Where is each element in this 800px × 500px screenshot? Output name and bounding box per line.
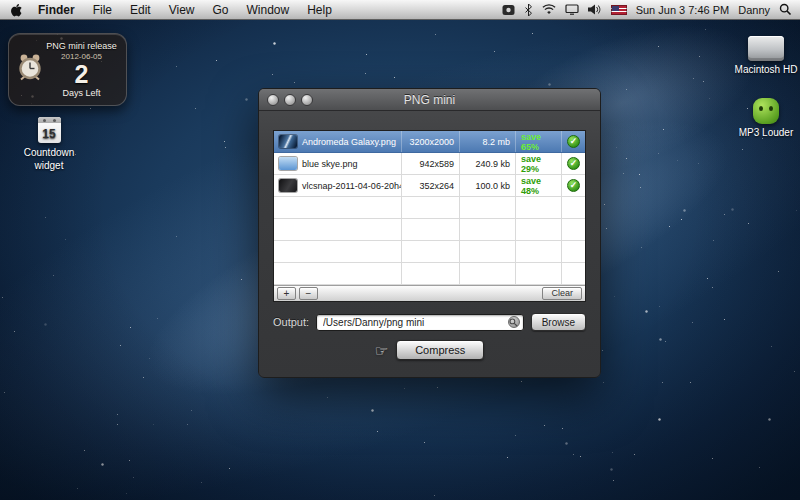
file-size: 100.0 kb <box>460 175 516 196</box>
alarm-clock-icon <box>16 53 44 87</box>
file-size: 8.2 mb <box>460 131 516 152</box>
app-menu-finder[interactable]: Finder <box>29 3 84 17</box>
menu-user[interactable]: Danny <box>738 4 770 16</box>
menu-view[interactable]: View <box>160 3 204 17</box>
menu-window[interactable]: Window <box>238 3 299 17</box>
check-icon: ✓ <box>567 179 580 192</box>
wifi-icon[interactable] <box>542 4 556 15</box>
menu-extra-app-icon[interactable] <box>502 4 515 16</box>
close-button[interactable] <box>267 94 279 106</box>
file-name-cell: Andromeda Galaxy.png <box>274 131 402 152</box>
desktop-icon-macintosh-hd[interactable]: Macintosh HD <box>728 36 800 77</box>
menu-clock[interactable]: Sun Jun 3 7:46 PM <box>636 4 730 16</box>
apple-menu-icon[interactable] <box>8 2 29 17</box>
countdown-days-label: Days Left <box>44 88 119 98</box>
menu-bar-left: Finder File Edit View Go Window Help <box>8 2 341 17</box>
file-save-percent: save 48% <box>516 175 562 196</box>
calendar-widget-label: Countdown widget <box>18 147 80 172</box>
file-dimensions: 3200x2000 <box>402 131 460 152</box>
countdown-widget[interactable]: PNG mini release 2012-06-05 2 Days Left <box>8 33 127 106</box>
macintosh-hd-label: Macintosh HD <box>728 64 800 77</box>
volume-icon[interactable] <box>588 4 602 15</box>
file-thumbnail <box>279 157 297 170</box>
file-name-cell: blue skye.png <box>274 153 402 174</box>
file-status-cell: ✓ <box>562 175 585 196</box>
file-size: 240.9 kb <box>460 153 516 174</box>
file-status-cell: ✓ <box>562 153 585 174</box>
table-toolbar: + − Clear <box>274 285 585 301</box>
countdown-title: PNG mini release <box>44 41 119 51</box>
add-file-button[interactable]: + <box>277 287 296 300</box>
desktop: Finder File Edit View Go Window Help <box>0 0 800 500</box>
menu-bar: Finder File Edit View Go Window Help <box>0 0 800 20</box>
desktop-icon-mp3-louder[interactable]: MP3 Louder <box>728 98 800 140</box>
countdown-days-value: 2 <box>44 61 119 87</box>
check-icon: ✓ <box>567 157 580 170</box>
menu-help[interactable]: Help <box>298 3 341 17</box>
pointer-hand-icon: ☞ <box>375 343 388 358</box>
check-icon: ✓ <box>567 135 580 148</box>
file-save-percent: save 29% <box>516 153 562 174</box>
menu-edit[interactable]: Edit <box>121 3 160 17</box>
remove-file-button[interactable]: − <box>299 287 318 300</box>
file-thumbnail <box>279 135 297 148</box>
zoom-button[interactable] <box>301 94 313 106</box>
hard-drive-icon <box>748 36 784 61</box>
menu-go[interactable]: Go <box>204 3 238 17</box>
traffic-lights <box>267 94 313 106</box>
minimize-button[interactable] <box>284 94 296 106</box>
file-name: blue skye.png <box>302 159 358 169</box>
clear-button[interactable]: Clear <box>542 287 582 300</box>
display-icon[interactable] <box>565 4 579 15</box>
us-flag-icon[interactable] <box>611 5 627 15</box>
compress-button[interactable]: Compress <box>396 340 484 360</box>
output-path-value: /Users/Danny/png mini <box>323 317 508 328</box>
magnifier-icon[interactable] <box>508 316 520 328</box>
calendar-widget[interactable]: 15 Countdown widget <box>18 117 80 172</box>
file-save-percent: save 65% <box>516 131 562 152</box>
table-row-empty <box>274 263 585 285</box>
file-thumbnail <box>279 179 297 192</box>
png-mini-window: PNG mini Andromeda Galaxy.png 3200x2000 … <box>258 88 601 378</box>
output-path-field[interactable]: /Users/Danny/png mini <box>316 314 524 331</box>
browse-button[interactable]: Browse <box>531 313 586 331</box>
menu-file[interactable]: File <box>84 3 121 17</box>
bluetooth-icon[interactable] <box>524 4 533 16</box>
compress-row: ☞ Compress <box>273 340 586 360</box>
file-dimensions: 352x264 <box>402 175 460 196</box>
table-row-empty <box>274 197 585 219</box>
table-row-empty <box>274 219 585 241</box>
file-name: Andromeda Galaxy.png <box>302 137 396 147</box>
window-title: PNG mini <box>404 93 455 107</box>
table-row-empty <box>274 241 585 263</box>
table-row[interactable]: blue skye.png 942x589 240.9 kb save 29% … <box>274 153 585 175</box>
file-name: vlcsnap-2011-04-06-20h40m36s165.png <box>302 181 402 191</box>
window-content: Andromeda Galaxy.png 3200x2000 8.2 mb sa… <box>259 111 600 360</box>
mp3-louder-app-icon <box>753 98 779 124</box>
file-name-cell: vlcsnap-2011-04-06-20h40m36s165.png <box>274 175 402 196</box>
table-row[interactable]: Andromeda Galaxy.png 3200x2000 8.2 mb sa… <box>274 131 585 153</box>
spotlight-icon[interactable] <box>779 3 792 16</box>
countdown-text: PNG mini release 2012-06-05 2 Days Left <box>44 41 119 97</box>
output-row: Output: /Users/Danny/png mini Browse <box>273 313 586 331</box>
file-dimensions: 942x589 <box>402 153 460 174</box>
calendar-icon: 15 <box>38 117 61 143</box>
file-status-cell: ✓ <box>562 131 585 152</box>
mp3-louder-label: MP3 Louder <box>728 127 800 140</box>
output-label: Output: <box>273 316 309 328</box>
file-table: Andromeda Galaxy.png 3200x2000 8.2 mb sa… <box>273 130 586 302</box>
window-titlebar[interactable]: PNG mini <box>259 89 600 111</box>
table-row[interactable]: vlcsnap-2011-04-06-20h40m36s165.png 352x… <box>274 175 585 197</box>
menu-bar-status: Sun Jun 3 7:46 PM Danny <box>502 3 792 16</box>
